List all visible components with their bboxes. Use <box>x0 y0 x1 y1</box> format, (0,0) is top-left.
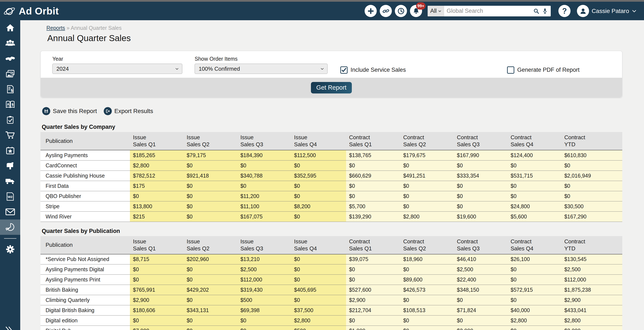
sidebar-item-ad-price-book[interactable]: A $ <box>0 97 20 112</box>
value-cell: $2,800 <box>130 160 184 170</box>
avatar[interactable] <box>577 5 589 17</box>
generate-pdf-option[interactable]: Generate PDF of Report <box>507 66 580 74</box>
value-cell: $8,715 <box>130 254 184 264</box>
table-row: QBO Publisher$0$0$11,200$0$0$0$0$0$0 <box>40 191 622 201</box>
value-cell: $0 <box>130 191 184 201</box>
sidebar-item-partnerships[interactable] <box>0 51 20 66</box>
value-cell: $112,000 <box>561 275 622 285</box>
column-header: Publication <box>40 236 130 254</box>
sidebar-item-events[interactable] <box>0 143 20 158</box>
price-book-icon: A $ <box>5 99 16 110</box>
double-chevron-icon <box>4 325 13 330</box>
chevron-down-icon <box>632 8 637 14</box>
report-filter-panel: Year 2024 Show Order Items 100% Confirme… <box>40 51 622 98</box>
sidebar-item-direct-mail[interactable] <box>0 158 20 174</box>
table-row: Digital British Baking$180,606$343,131$6… <box>40 305 622 316</box>
page-title: Annual Quarter Sales <box>40 33 622 43</box>
sidebar-item-logistics[interactable] <box>0 174 20 189</box>
value-cell: $8,200 <box>291 201 346 212</box>
value-cell: $0 <box>291 295 346 305</box>
search-scope-select[interactable]: All <box>428 6 444 16</box>
value-cell: $405,695 <box>291 285 346 295</box>
column-header: IssueSales Q3 <box>238 236 291 254</box>
column-header: ContractSales Q2 <box>400 236 454 254</box>
include-service-sales-checkbox[interactable] <box>340 66 348 74</box>
value-cell: $0 <box>184 275 237 285</box>
publication-cell: *Service Pub Not Assigned <box>40 254 130 264</box>
sidebar-item-home[interactable] <box>0 20 20 36</box>
value-cell: $0 <box>184 264 237 275</box>
sidebar-item-contacts[interactable] <box>0 36 20 51</box>
save-report-link[interactable]: Save this Report <box>42 107 97 115</box>
include-service-sales-option[interactable]: Include Service Sales <box>340 66 406 74</box>
value-cell: $108,513 <box>400 305 454 316</box>
sidebar-item-email[interactable] <box>0 204 20 220</box>
sidebar-item-tasks[interactable] <box>0 112 20 128</box>
value-cell: $179,675 <box>400 150 454 160</box>
breadcrumb-reports-link[interactable]: Reports <box>46 25 65 31</box>
sidebar: $ A $ <box>0 20 20 330</box>
history-button[interactable] <box>395 5 407 17</box>
breadcrumb: Reports » Annual Quarter Sales <box>40 25 622 31</box>
svg-text:$: $ <box>10 88 13 92</box>
publication-cell: CardConnect <box>40 160 130 170</box>
clock-icon <box>397 7 405 15</box>
value-cell: $527,600 <box>346 285 400 295</box>
value-cell: $37,500 <box>291 305 346 316</box>
report-table: PublicationIssueSales Q1IssueSales Q2Iss… <box>40 132 622 222</box>
value-cell: $2,500 <box>454 264 508 275</box>
value-cell: $0 <box>238 326 291 330</box>
value-cell: $1,000 <box>346 326 400 330</box>
value-cell: $0 <box>238 160 291 170</box>
notifications-button[interactable]: 99+ <box>410 5 422 17</box>
pie-chart-icon <box>5 222 16 232</box>
value-cell: $0 <box>454 295 508 305</box>
value-cell: $2,800 <box>508 316 561 326</box>
add-button[interactable] <box>364 5 377 17</box>
column-header: IssueSales Q1 <box>130 236 184 254</box>
sidebar-item-w2-forms[interactable]: W2 <box>0 189 20 204</box>
column-header: ContractSales Q1 <box>346 236 400 254</box>
value-cell: $660,629 <box>346 170 400 181</box>
sidebar-item-reports[interactable] <box>0 220 20 235</box>
publication-cell: British Baking <box>40 285 130 295</box>
value-cell: $7,000 <box>130 326 184 330</box>
microphone-icon[interactable] <box>542 8 548 14</box>
sidebar-collapse-button[interactable] <box>4 325 13 330</box>
quick-links-button[interactable] <box>380 5 392 17</box>
table-row: Aysling Payments Print$0$0$112,000$0$0$8… <box>40 275 622 285</box>
value-cell: $0 <box>184 295 237 305</box>
value-cell: $184,390 <box>238 150 291 160</box>
publication-cell: Cassie Publishing House <box>40 170 130 181</box>
search-input[interactable] <box>446 8 531 14</box>
value-cell: $0 <box>184 326 237 330</box>
value-cell: $426,573 <box>400 285 454 295</box>
generate-pdf-checkbox[interactable] <box>507 66 514 74</box>
export-results-link[interactable]: Export Results <box>104 107 153 115</box>
sidebar-item-store[interactable] <box>0 128 20 143</box>
column-header: IssueSales Q1 <box>130 132 184 150</box>
help-button[interactable]: ? <box>558 5 570 17</box>
user-menu[interactable]: Cassie Pataro <box>577 5 637 17</box>
truck-icon <box>5 176 16 186</box>
search-icon[interactable] <box>533 8 540 14</box>
value-cell: $3,000 <box>561 326 622 330</box>
value-cell: $2,500 <box>561 264 622 275</box>
publication-cell: Digital British Baking <box>40 305 130 316</box>
value-cell: $175 <box>130 181 184 191</box>
sidebar-item-settings[interactable] <box>0 242 20 257</box>
value-cell: $212,704 <box>346 305 400 316</box>
value-cell: $138,765 <box>346 150 400 160</box>
ad-orbit-logo-icon <box>3 5 16 18</box>
year-select[interactable]: 2024 <box>52 64 182 74</box>
table-row: Digital edition$0$0$0$2,800$0$0$0$2,800$… <box>40 316 622 326</box>
show-order-items-select[interactable]: 100% Confirmed <box>195 64 328 74</box>
sidebar-item-invoices[interactable]: $ <box>0 82 20 97</box>
sidebar-item-media-library[interactable] <box>0 66 20 82</box>
home-icon <box>5 23 15 33</box>
publication-cell: Aysling Payments Digital <box>40 264 130 275</box>
get-report-button[interactable]: Get Report <box>311 82 352 94</box>
publication-cell: Aysling Payments Print <box>40 275 130 285</box>
column-header: ContractSales Q1 <box>346 132 400 150</box>
brand[interactable]: Ad Orbit <box>0 5 59 18</box>
